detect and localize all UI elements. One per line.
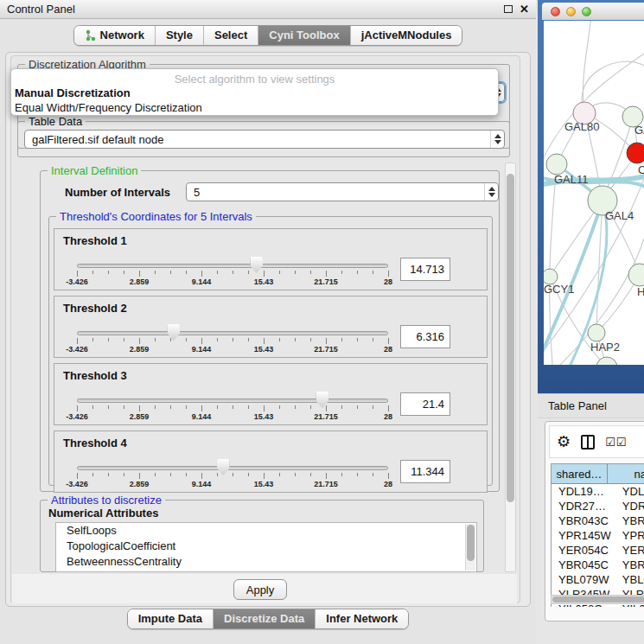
slider-ticks xyxy=(77,405,388,412)
table-row[interactable]: YBR043CYBR0 xyxy=(552,513,644,528)
threshold-1-box: Threshold 1 -3.4262.8599.14415.4321.7152… xyxy=(54,228,488,290)
node-hap2[interactable] xyxy=(588,324,605,341)
option-equal-width-frequency[interactable]: Equal Width/Frequency Discretization xyxy=(11,100,498,115)
network-window-titlebar[interactable] xyxy=(542,3,644,20)
slider-ticks xyxy=(77,338,388,345)
threshold-4-label: Threshold 4 xyxy=(63,437,127,450)
table-horizontal-scrollbar[interactable] xyxy=(551,595,644,604)
float-window-icon[interactable] xyxy=(504,5,513,13)
column-header-name[interactable]: na xyxy=(608,464,644,484)
node-red-selected[interactable] xyxy=(627,143,644,163)
close-traffic-light-icon[interactable] xyxy=(551,7,560,16)
scrollbar-thumb[interactable] xyxy=(552,596,644,603)
network-view-window: GAL80 GA C GAL11 GAL4 GCY1 H HAP2 xyxy=(538,0,644,393)
split-columns-icon[interactable] xyxy=(581,435,595,450)
checkbox-icons[interactable]: ☑☑ xyxy=(605,437,627,448)
slider-ticks xyxy=(77,473,388,480)
tab-select[interactable]: Select xyxy=(204,26,258,45)
table-panel-header: Table Panel xyxy=(538,393,644,418)
node-label: GAL4 xyxy=(605,209,634,222)
tab-style[interactable]: Style xyxy=(156,26,204,45)
minimize-traffic-light-icon[interactable] xyxy=(566,7,576,16)
threshold-4-value-field[interactable]: 11.344 xyxy=(400,460,450,483)
threshold-1-label: Threshold 1 xyxy=(63,234,127,247)
combo-stepper-icon[interactable] xyxy=(490,131,504,148)
number-of-intervals-combobox[interactable]: 5 xyxy=(186,182,499,201)
panel-vertical-scrollbar[interactable] xyxy=(505,163,516,572)
threshold-3-label: Threshold 3 xyxy=(63,369,127,382)
table-row[interactable]: YDR27…YDR2 xyxy=(552,499,644,513)
tab-network-label: Network xyxy=(100,29,144,41)
slider-tick-labels: -3.4262.8599.14415.4321.71528 xyxy=(77,412,388,422)
list-item[interactable]: TopologicalCoefficient xyxy=(56,539,476,554)
table-data-value: galFiltered.sif default node xyxy=(32,133,163,146)
scrollbar-thumb[interactable] xyxy=(467,525,475,561)
combo-stepper-icon[interactable] xyxy=(484,183,498,201)
threshold-2-label: Threshold 2 xyxy=(63,302,127,315)
tab-cyni-toolbox[interactable]: Cyni Toolbox xyxy=(258,26,350,45)
node-label: C xyxy=(638,163,644,176)
table-row[interactable]: YBL079WYBL0 xyxy=(552,572,644,587)
numerical-attributes-label: Numerical Attributes xyxy=(48,507,158,520)
algorithm-hint: Select algorithm to view settings xyxy=(11,69,498,86)
zoom-traffic-light-icon[interactable] xyxy=(582,7,591,16)
table-data-title: Table Data xyxy=(25,115,86,128)
tab-discretize-data[interactable]: Discretize Data xyxy=(214,609,316,628)
tab-impute-data[interactable]: Impute Data xyxy=(128,609,214,628)
network-icon xyxy=(85,29,96,41)
slider-ticks xyxy=(77,271,388,277)
scrollbar-thumb[interactable] xyxy=(507,174,514,502)
list-item[interactable]: BetweennessCentrality xyxy=(56,554,476,570)
node-label: H xyxy=(637,285,644,298)
network-nodes xyxy=(544,102,644,365)
tab-network[interactable]: Network xyxy=(74,26,156,45)
threshold-4-box: Threshold 4 -3.4262.8599.14415.4321.7152… xyxy=(54,430,488,493)
node-label: GAL80 xyxy=(564,120,599,133)
node-partial-right[interactable] xyxy=(628,264,644,286)
apply-button[interactable]: Apply xyxy=(233,579,287,600)
table-row[interactable]: YDL19…YDL1 xyxy=(552,484,644,499)
node-gal11[interactable] xyxy=(546,154,567,175)
threshold-4-slider[interactable] xyxy=(77,466,388,470)
option-manual-discretization[interactable]: Manual Discretization xyxy=(11,86,498,100)
tab-infer-network[interactable]: Infer Network xyxy=(316,609,408,628)
close-icon[interactable]: ✕ xyxy=(520,3,529,15)
algorithm-dropdown-popup: Select algorithm to view settings Manual… xyxy=(10,68,499,116)
threshold-3-box: Threshold 3 -3.4262.8599.14415.4321.7152… xyxy=(54,363,488,425)
gear-icon[interactable]: ⚙ xyxy=(557,434,571,450)
threshold-2-slider[interactable] xyxy=(77,331,388,335)
attributes-group-title: Attributes to discretize xyxy=(48,494,165,507)
node-label: GA xyxy=(634,124,644,137)
threshold-1-slider[interactable] xyxy=(77,264,388,268)
threshold-3-value-field[interactable]: 21.4 xyxy=(400,392,450,416)
node-label: GAL11 xyxy=(554,173,589,186)
bottom-tabbar: Impute Data Discretize Data Infer Networ… xyxy=(0,609,536,629)
table-row[interactable]: YBR045CYBR0 xyxy=(552,558,644,572)
threshold-2-value-field[interactable]: 6.316 xyxy=(400,325,450,348)
table-row[interactable]: YER054CYER0 xyxy=(552,543,644,558)
network-canvas[interactable]: GAL80 GA C GAL11 GAL4 GCY1 H HAP2 xyxy=(544,21,644,365)
control-panel-titlebar: Control Panel ✕ xyxy=(0,0,536,19)
table-panel-title: Table Panel xyxy=(548,399,607,412)
threshold-2-box: Threshold 2 -3.4262.8599.14415.4321.7152… xyxy=(54,296,488,358)
threshold-1-value-field[interactable]: 14.713 xyxy=(400,258,450,281)
numerical-attributes-list: SelfLoops TopologicalCoefficient Between… xyxy=(55,522,477,572)
slider-tick-labels: -3.4262.8599.14415.4321.71528 xyxy=(77,277,388,287)
table-row[interactable]: YPR145WYPR1 xyxy=(552,528,644,543)
node-label: HAP2 xyxy=(590,341,620,354)
node-table: shared… na YDL19…YDL1 YDR27…YDR2 YBR043C… xyxy=(551,463,644,607)
tab-jactivemnodules[interactable]: jActiveMNodules xyxy=(351,26,462,45)
table-data-combobox[interactable]: galFiltered.sif default node xyxy=(24,130,505,149)
thresholds-group-title: Threshold's Coordinates for 5 Intervals xyxy=(56,210,256,223)
list-vertical-scrollbar[interactable] xyxy=(465,524,475,571)
list-item[interactable]: SelfLoops xyxy=(56,523,476,539)
top-tabbar: Network Style Select Cyni Toolbox jActiv… xyxy=(0,25,536,46)
node-label: GCY1 xyxy=(544,283,574,296)
node-partial-bottom[interactable] xyxy=(596,357,617,365)
column-header-shared-name[interactable]: shared… xyxy=(552,464,608,484)
table-toolbar: ⚙ ☑☑ xyxy=(549,425,644,458)
slider-tick-labels: -3.4262.8599.14415.4321.71528 xyxy=(77,480,388,489)
threshold-3-slider[interactable] xyxy=(77,399,388,403)
number-of-intervals-label: Number of Intervals xyxy=(65,186,170,199)
number-of-intervals-value: 5 xyxy=(194,186,200,199)
